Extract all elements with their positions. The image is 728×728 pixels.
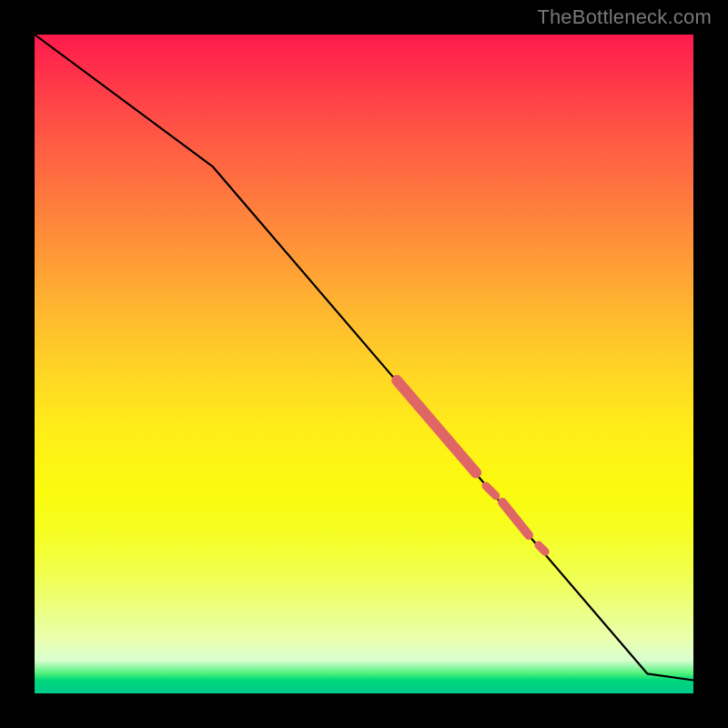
highlight-segment-0 xyxy=(397,380,476,472)
highlight-group xyxy=(397,380,545,551)
chart-stage: TheBottleneck.com xyxy=(0,0,728,728)
chart-svg xyxy=(35,35,693,693)
plot-area xyxy=(35,35,693,693)
watermark-text: TheBottleneck.com xyxy=(537,5,712,29)
main-curve-line xyxy=(35,35,693,681)
highlight-segment-3 xyxy=(539,545,545,551)
highlight-segment-1 xyxy=(486,486,496,496)
highlight-segment-2 xyxy=(502,502,529,535)
